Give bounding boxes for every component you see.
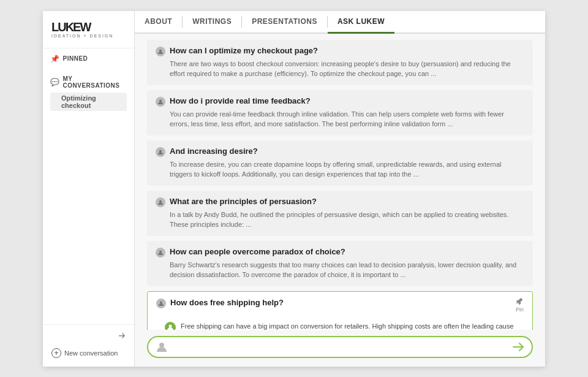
question-text-3: And increasing desire? xyxy=(170,147,258,156)
question-1: How can I optimize my checkout page? xyxy=(156,46,524,56)
nav-tabs: ABOUT WRITINGS PRESENTATIONS ASK LUKEW xyxy=(135,11,545,34)
answer-preview-2: You can provide real-time feedback throu… xyxy=(156,109,524,129)
sidebar-item-optimizing-checkout[interactable]: Optimizing checkout xyxy=(50,93,127,111)
svg-point-4 xyxy=(159,200,162,202)
tab-about[interactable]: ABOUT xyxy=(135,11,182,34)
question-text-1: How can I optimize my checkout page? xyxy=(170,46,318,55)
pin-label: Pin xyxy=(516,307,524,313)
question-4: What are the principles of persuasion? xyxy=(156,197,524,207)
conversation-card-1[interactable]: How can I optimize my checkout page? The… xyxy=(147,40,533,85)
active-answer: Free shipping can have a big impact on c… xyxy=(156,315,524,330)
user-avatar-2 xyxy=(156,97,165,107)
conversation-card-4[interactable]: What are the principles of persuasion? I… xyxy=(147,191,533,236)
question-2: How do i provide real time feedback? xyxy=(156,96,524,107)
svg-point-7 xyxy=(169,324,172,327)
question-text-5: How can people overcome paradox of choic… xyxy=(170,247,345,256)
answer-preview-3: To increase desire, you can create dopam… xyxy=(156,159,524,180)
svg-point-3 xyxy=(159,150,162,152)
pinned-section: 📌 PINNED xyxy=(43,48,134,69)
answer-preview-4: In a talk by Andy Budd, he outlined the … xyxy=(156,210,524,230)
svg-point-8 xyxy=(159,343,164,348)
input-box xyxy=(147,336,533,358)
pin-button[interactable]: Pin xyxy=(516,298,524,313)
tab-writings[interactable]: WRITINGS xyxy=(183,11,241,34)
active-answer-text: Free shipping can have a big impact on c… xyxy=(181,321,515,330)
answer-preview-1: There are two ways to boost checkout con… xyxy=(156,59,524,79)
user-avatar-4 xyxy=(156,197,165,207)
message-input[interactable] xyxy=(173,343,507,351)
chat-icon: 💬 xyxy=(50,78,60,86)
active-question-text: How does free shipping help? xyxy=(170,298,284,307)
conversations-label: MY CONVERSATIONS xyxy=(63,75,127,89)
pinned-header: 📌 PINNED xyxy=(50,55,127,63)
sidebar: LUKEW IDEATION + DESIGN 📌 PINNED 💬 MY CO… xyxy=(43,11,135,367)
conversation-card-2[interactable]: How do i provide real time feedback? You… xyxy=(147,90,533,135)
question-text-4: What are the principles of persuasion? xyxy=(170,197,317,206)
user-avatar-3 xyxy=(156,147,165,157)
new-conversation-button[interactable]: + New conversation xyxy=(50,346,127,360)
question-text-2: How do i provide real time feedback? xyxy=(170,96,311,105)
active-question: How does free shipping help? xyxy=(156,298,284,308)
question-3: And increasing desire? xyxy=(156,147,524,157)
sidebar-bottom: + New conversation xyxy=(43,324,134,367)
svg-point-2 xyxy=(159,99,162,102)
conversations-area: How can I optimize my checkout page? The… xyxy=(135,34,545,330)
pin-icon: 📌 xyxy=(50,55,60,63)
logo: LUKEW IDEATION + DESIGN xyxy=(43,11,134,48)
question-5: How can people overcome paradox of choic… xyxy=(156,247,524,257)
input-user-icon xyxy=(156,341,168,353)
svg-point-1 xyxy=(159,49,162,51)
svg-point-6 xyxy=(160,301,162,303)
conversations-header: 💬 MY CONVERSATIONS xyxy=(50,75,127,89)
answer-preview-5: Barry Schwartz's research suggests that … xyxy=(156,260,524,280)
main-content: ABOUT WRITINGS PRESENTATIONS ASK LUKEW H… xyxy=(135,11,545,367)
active-user-avatar xyxy=(156,299,166,308)
input-area xyxy=(135,330,545,367)
logo-name: LUKEW xyxy=(51,21,126,33)
tab-ask-lukew[interactable]: ASK LUKEW xyxy=(328,11,394,34)
collapse-button[interactable] xyxy=(50,331,127,341)
send-button[interactable] xyxy=(512,341,524,353)
new-conversation-label: New conversation xyxy=(64,349,118,357)
svg-point-5 xyxy=(159,250,162,253)
logo-tagline: IDEATION + DESIGN xyxy=(51,34,126,38)
tab-presentations[interactable]: PRESENTATIONS xyxy=(242,11,327,34)
active-conversation-card[interactable]: How does free shipping help? Pin Free sh… xyxy=(147,291,533,330)
user-avatar-5 xyxy=(156,248,165,257)
user-avatar-1 xyxy=(156,47,165,56)
conversation-card-3[interactable]: And increasing desire? To increase desir… xyxy=(147,140,533,186)
plus-circle-icon: + xyxy=(51,348,61,358)
conversations-section: 💬 MY CONVERSATIONS Optimizing checkout xyxy=(43,69,134,113)
conversation-card-5[interactable]: How can people overcome paradox of choic… xyxy=(147,241,533,286)
assistant-avatar xyxy=(165,322,176,330)
pinned-label: PINNED xyxy=(63,55,88,62)
